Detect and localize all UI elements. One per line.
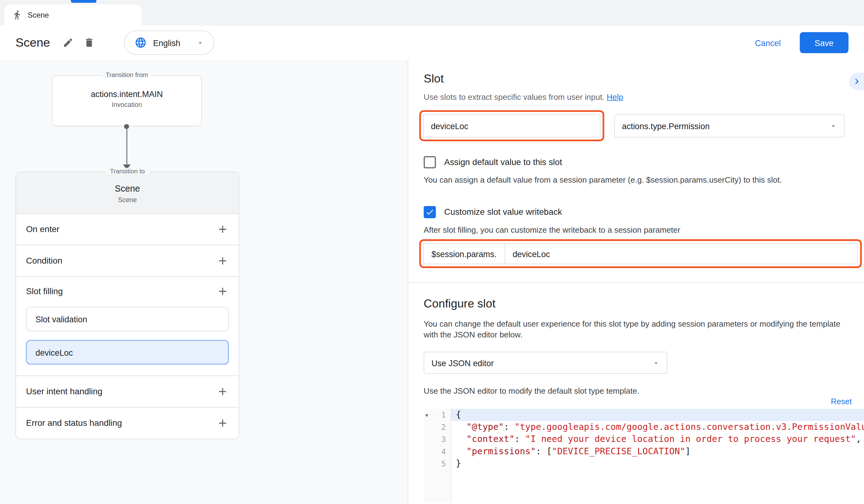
configure-slot-title: Configure slot [424, 297, 864, 310]
chevron-down-icon [830, 122, 837, 129]
gutter-line: 3 [424, 433, 451, 445]
save-button[interactable]: Save [800, 32, 849, 53]
code-line[interactable]: { [452, 409, 864, 421]
transition-from-node[interactable]: Transition from actions.intent.MAIN Invo… [52, 75, 202, 127]
slot-description-text: Use slots to extract specific values fro… [424, 92, 604, 101]
scene-flow-canvas: Transition from actions.intent.MAIN Invo… [0, 60, 408, 504]
page-title: Scene [15, 36, 50, 50]
tab-strip: Scene [0, 0, 864, 25]
line-number: 5 [441, 457, 446, 469]
language-selector[interactable]: English [124, 31, 214, 55]
header: Scene English Cancel Save [0, 25, 864, 60]
chevron-down-icon [196, 39, 204, 46]
slot-deviceloc-item[interactable]: deviceLoc [26, 340, 229, 364]
section-error-status-handling[interactable]: Error and status handling [16, 407, 239, 439]
add-icon[interactable] [217, 385, 229, 397]
writeback-checkbox[interactable] [424, 206, 436, 218]
configure-description: You can change the default user experien… [424, 319, 844, 340]
fold-toggle-icon[interactable]: ▾ [425, 409, 428, 421]
scene-person-icon [12, 10, 22, 20]
add-icon[interactable] [217, 285, 229, 297]
json-editor[interactable]: ▾12345 { "@type": "type.googleapis.com/g… [424, 409, 864, 503]
scene-node-subtitle: Scene [16, 196, 239, 204]
trash-icon [84, 37, 95, 48]
gutter-line: 5 [424, 457, 451, 469]
add-icon[interactable] [217, 255, 229, 267]
slot-name-input[interactable]: deviceLoc [423, 114, 600, 137]
tab-scene[interactable]: Scene [4, 4, 142, 25]
add-icon[interactable] [217, 417, 229, 429]
edit-scene-button[interactable] [58, 32, 79, 53]
intent-subtitle: Invocation [52, 101, 201, 108]
section-divider [408, 283, 864, 283]
slot-type-value: actions.type.Permission [622, 121, 710, 130]
reset-link[interactable]: Reset [831, 397, 852, 406]
slot-item-label: deviceLoc [36, 348, 73, 357]
language-value: English [153, 38, 180, 47]
code-line[interactable]: "@type": "type.googleapis.com/google.act… [452, 421, 864, 433]
delete-scene-button[interactable] [79, 32, 100, 53]
editor-mode-select[interactable]: Use JSON editor [424, 352, 668, 374]
gutter-line: ▾1 [424, 409, 451, 421]
writeback-row: Customize slot value writeback [424, 206, 864, 218]
cancel-button[interactable]: Cancel [755, 38, 781, 47]
editor-code[interactable]: { "@type": "type.googleapis.com/google.a… [452, 409, 864, 503]
assign-default-label: Assign default value to this slot [444, 157, 562, 167]
section-on-enter[interactable]: On enter [16, 213, 239, 245]
assign-default-helper: You can assign a default value from a se… [424, 176, 864, 184]
editor-hint: Use the JSON editor to modify the defaul… [424, 387, 864, 396]
slot-items-list: Slot validation deviceLoc [16, 305, 239, 375]
writeback-helper: After slot filling, you can customize th… [424, 225, 864, 234]
check-icon [425, 208, 434, 217]
connector-line [127, 129, 128, 165]
slot-section-title: Slot [424, 72, 864, 85]
gutter-line: 2 [424, 421, 451, 433]
editor-gutter: ▾12345 [424, 409, 452, 503]
line-number: 1 [441, 409, 446, 421]
code-line[interactable]: } [452, 457, 864, 469]
gutter-line: 4 [424, 445, 451, 457]
section-label: User intent handling [26, 387, 102, 396]
globe-icon [135, 36, 147, 49]
section-slot-filling[interactable]: Slot filling [16, 276, 239, 305]
chevron-right-icon [851, 76, 862, 87]
help-link[interactable]: Help [607, 92, 623, 101]
scene-node-card: Transition to Scene Scene On enter Condi… [15, 172, 239, 440]
chevron-down-icon [652, 359, 659, 366]
slot-name-type-row: deviceLoc actions.type.Permission [424, 110, 864, 141]
annotation-highlight: $session.params. deviceLoc [419, 239, 862, 268]
transition-from-label: Transition from [101, 71, 152, 78]
section-label: Slot filling [26, 286, 63, 296]
line-number: 4 [441, 445, 446, 457]
section-label: Condition [26, 256, 62, 266]
scene-node-title: Scene [16, 184, 239, 194]
editor-mode-value: Use JSON editor [431, 358, 494, 368]
scene-node-header[interactable]: Scene Scene [16, 172, 239, 213]
writeback-field: $session.params. deviceLoc [423, 243, 858, 264]
assign-default-checkbox[interactable] [424, 156, 436, 168]
slot-detail-panel: Slot Use slots to extract specific value… [408, 60, 864, 504]
section-user-intent-handling[interactable]: User intent handling [16, 375, 239, 407]
code-line[interactable]: "permissions": ["DEVICE_PRECISE_LOCATION… [452, 445, 864, 457]
slot-validation-item[interactable]: Slot validation [26, 307, 229, 331]
section-label: Error and status handling [26, 418, 122, 428]
assign-default-row: Assign default value to this slot [424, 156, 864, 168]
collapse-panel-button[interactable] [849, 73, 864, 90]
slot-type-select[interactable]: actions.type.Permission [614, 114, 845, 137]
tab-label: Scene [28, 11, 49, 19]
connector-dot [124, 124, 129, 129]
active-tab-indicator [71, 0, 96, 3]
transition-to-label: Transition to [106, 168, 149, 175]
line-number: 2 [441, 421, 446, 433]
reset-row: Reset [424, 397, 852, 406]
writeback-value-input[interactable]: deviceLoc [505, 249, 857, 258]
add-icon[interactable] [217, 223, 229, 235]
section-condition[interactable]: Condition [16, 245, 239, 276]
section-label: On enter [26, 224, 59, 234]
code-line[interactable]: "context": "I need your device location … [452, 433, 864, 445]
annotation-highlight: deviceLoc [419, 110, 604, 141]
section-slot-filling-block: Slot filling Slot validation deviceLoc [16, 276, 239, 375]
writeback-prefix: $session.params. [424, 249, 504, 258]
app-window: Scene Scene English Cancel Save Transiti… [0, 0, 864, 504]
intent-name: actions.intent.MAIN [52, 89, 201, 99]
